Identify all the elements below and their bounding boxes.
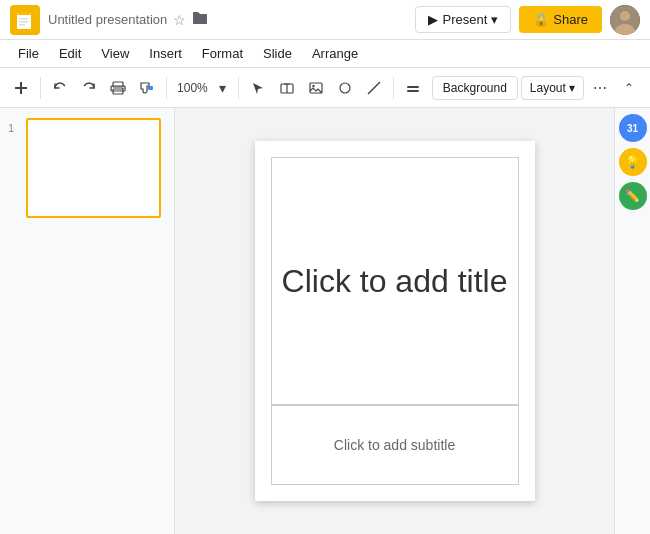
- filmstrip: 1: [0, 108, 175, 534]
- svg-rect-21: [407, 90, 419, 92]
- slide-thumb-container: 1: [8, 118, 166, 218]
- add-button[interactable]: [8, 74, 34, 102]
- divider-3: [238, 77, 239, 99]
- toolbar: 100% ▾ Background Layout ▾ ⋯ ⌃: [0, 68, 650, 108]
- main-area: 1 Click to add title Click to add subtit…: [0, 108, 650, 534]
- lock-icon: 🔒: [533, 12, 549, 27]
- menu-slide[interactable]: Slide: [255, 43, 300, 64]
- folder-icon[interactable]: [192, 11, 208, 28]
- more-tools-button[interactable]: [400, 74, 426, 102]
- present-button[interactable]: ▶ Present ▾: [415, 6, 511, 33]
- edit-sidebar-icon[interactable]: ✏️: [619, 182, 647, 210]
- shape-tool-button[interactable]: [332, 74, 358, 102]
- bulb-sidebar-icon[interactable]: 💡: [619, 148, 647, 176]
- menu-edit[interactable]: Edit: [51, 43, 89, 64]
- undo-button[interactable]: [47, 74, 73, 102]
- present-dropdown-icon: ▾: [491, 12, 498, 27]
- slide-title-text: Click to add title: [282, 262, 508, 300]
- svg-rect-20: [407, 86, 419, 88]
- more-options-button[interactable]: ⋯: [587, 74, 613, 102]
- app-logo: [10, 5, 40, 35]
- svg-rect-4: [19, 24, 25, 26]
- canvas-area: Click to add title Click to add subtitle: [175, 108, 614, 534]
- zoom-value: 100%: [173, 81, 212, 95]
- star-icon[interactable]: ☆: [173, 12, 186, 28]
- svg-rect-9: [15, 87, 27, 89]
- right-sidebar: 31 💡 ✏️: [614, 108, 650, 534]
- menu-arrange[interactable]: Arrange: [304, 43, 366, 64]
- paint-format-button[interactable]: [134, 74, 160, 102]
- select-tool-button[interactable]: [245, 74, 271, 102]
- menu-view[interactable]: View: [93, 43, 137, 64]
- slide-number: 1: [8, 122, 20, 134]
- textbox-tool-button[interactable]: [274, 74, 300, 102]
- divider-2: [166, 77, 167, 99]
- calendar-sidebar-icon[interactable]: 31: [619, 114, 647, 142]
- avatar[interactable]: [610, 5, 640, 35]
- print-button[interactable]: [105, 74, 131, 102]
- layout-button[interactable]: Layout ▾: [521, 76, 584, 100]
- image-tool-button[interactable]: [303, 74, 329, 102]
- title-right: ▶ Present ▾ 🔒 Share: [415, 5, 640, 35]
- line-tool-button[interactable]: [361, 74, 387, 102]
- slide-subtitle-text: Click to add subtitle: [334, 437, 455, 453]
- title-bar: Untitled presentation ☆ ▶ Present ▾ 🔒 Sh…: [0, 0, 650, 40]
- slide-title-box[interactable]: Click to add title: [271, 157, 519, 405]
- menu-insert[interactable]: Insert: [141, 43, 190, 64]
- slide-thumbnail[interactable]: [26, 118, 161, 218]
- menu-file[interactable]: File: [10, 43, 47, 64]
- menu-format[interactable]: Format: [194, 43, 251, 64]
- divider-4: [393, 77, 394, 99]
- present-icon: ▶: [428, 12, 438, 27]
- svg-point-6: [620, 11, 630, 21]
- zoom-dropdown-button[interactable]: ▾: [214, 74, 232, 102]
- share-button[interactable]: 🔒 Share: [519, 6, 602, 33]
- slide-canvas: Click to add title Click to add subtitle: [255, 141, 535, 501]
- svg-rect-1: [17, 12, 31, 15]
- redo-button[interactable]: [76, 74, 102, 102]
- layout-dropdown-icon: ▾: [569, 81, 575, 95]
- zoom-group: 100% ▾: [173, 74, 232, 102]
- svg-rect-14: [148, 86, 153, 90]
- svg-rect-3: [19, 21, 28, 23]
- svg-point-18: [340, 83, 350, 93]
- svg-point-17: [312, 84, 314, 86]
- background-button[interactable]: Background: [432, 76, 518, 100]
- divider-1: [40, 77, 41, 99]
- slide-subtitle-box[interactable]: Click to add subtitle: [271, 405, 519, 485]
- document-title: Untitled presentation ☆: [48, 11, 407, 28]
- menu-bar: File Edit View Insert Format Slide Arran…: [0, 40, 650, 68]
- svg-rect-2: [19, 18, 28, 20]
- title-text-group: Untitled presentation ☆: [48, 11, 407, 28]
- collapse-toolbar-button[interactable]: ⌃: [616, 74, 642, 102]
- svg-point-13: [122, 87, 124, 89]
- svg-line-19: [368, 82, 380, 94]
